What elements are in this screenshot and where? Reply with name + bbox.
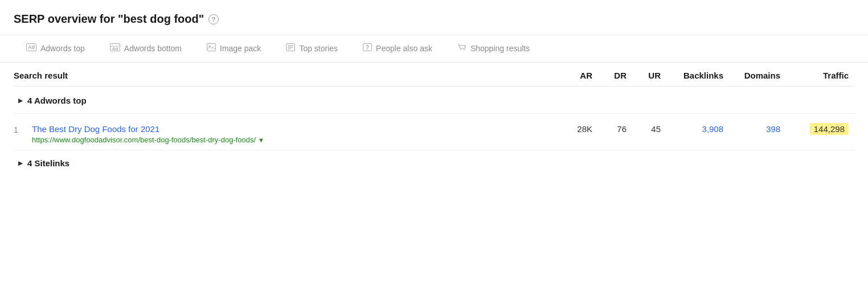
sitelinks-collapse-icon: ▶ xyxy=(18,160,23,166)
result-ur: 45 xyxy=(638,124,672,134)
result-rank: 1 xyxy=(14,124,32,134)
svg-text:Ad: Ad xyxy=(28,44,35,50)
filter-tabs: Ad Adwords top Ad Adwords bottom xyxy=(0,35,868,63)
tab-adwords-top[interactable]: Ad Adwords top xyxy=(14,35,97,62)
tab-top-stories-label: Top stories xyxy=(299,44,338,53)
result-info: The Best Dry Dog Foods for 2021 https://… xyxy=(32,124,564,144)
tab-adwords-top-label: Adwords top xyxy=(40,44,85,53)
svg-text:Ad: Ad xyxy=(112,46,118,51)
group-sitelinks-text: 4 Sitelinks xyxy=(27,158,69,168)
col-header-backlinks: Backlinks xyxy=(672,71,735,80)
group-adwords-top-label: ▶ 4 Adwords top xyxy=(14,96,87,105)
result-title-link[interactable]: The Best Dry Dog Foods for 2021 xyxy=(32,124,564,134)
tab-top-stories[interactable]: Top stories xyxy=(273,35,350,62)
svg-point-14 xyxy=(464,50,465,51)
tab-image-pack[interactable]: Image pack xyxy=(194,35,273,62)
header: SERP overview for "best dog food" ? xyxy=(0,0,868,35)
adwords-bottom-icon: Ad xyxy=(110,43,120,53)
table-header: Search result AR DR UR Backlinks Domains… xyxy=(14,63,854,87)
people-also-ask-icon: ? xyxy=(363,43,372,53)
adwords-top-icon: Ad xyxy=(26,43,36,53)
tab-people-also-ask-label: People also ask xyxy=(376,44,432,53)
table-row: 1 The Best Dry Dog Foods for 2021 https:… xyxy=(14,114,854,150)
result-dr: 76 xyxy=(604,124,638,134)
page-container: SERP overview for "best dog food" ? Ad A… xyxy=(0,0,868,287)
collapse-triangle-icon: ▶ xyxy=(18,97,23,104)
result-ar: 28K xyxy=(564,124,604,134)
traffic-badge: 144,298 xyxy=(810,123,849,135)
help-icon[interactable]: ? xyxy=(208,14,219,24)
page-title: SERP overview for "best dog food" ? xyxy=(14,13,854,26)
tab-shopping-results[interactable]: Shopping results xyxy=(445,35,542,62)
svg-text:?: ? xyxy=(366,44,369,51)
tab-people-also-ask[interactable]: ? People also ask xyxy=(350,35,445,62)
image-pack-icon xyxy=(207,43,216,53)
col-header-ur: UR xyxy=(638,71,672,80)
result-domains[interactable]: 398 xyxy=(735,124,792,134)
title-text: SERP overview for "best dog food" xyxy=(14,13,204,26)
tab-adwords-bottom-label: Adwords bottom xyxy=(124,44,182,53)
col-header-dr: DR xyxy=(604,71,638,80)
result-backlinks[interactable]: 3,908 xyxy=(672,124,735,134)
group-sitelinks[interactable]: ▶ 4 Sitelinks xyxy=(14,150,854,173)
col-header-traffic: Traffic xyxy=(792,71,854,80)
shopping-results-icon xyxy=(457,43,466,53)
result-url-row: https://www.dogfoodadvisor.com/best-dog-… xyxy=(32,136,564,144)
tab-adwords-bottom[interactable]: Ad Adwords bottom xyxy=(97,35,194,62)
result-url: https://www.dogfoodadvisor.com/best-dog-… xyxy=(32,136,256,144)
top-stories-icon xyxy=(286,43,295,53)
table-area: Search result AR DR UR Backlinks Domains… xyxy=(0,63,868,173)
svg-point-13 xyxy=(460,50,461,51)
tab-image-pack-label: Image pack xyxy=(220,44,261,53)
svg-rect-5 xyxy=(207,44,216,51)
url-dropdown-icon[interactable]: ▼ xyxy=(258,137,264,144)
col-header-result: Search result xyxy=(14,71,564,80)
group-adwords-top[interactable]: ▶ 4 Adwords top xyxy=(14,87,854,114)
group-adwords-top-text: 4 Adwords top xyxy=(27,96,87,105)
col-header-domains: Domains xyxy=(735,71,792,80)
group-sitelinks-label: ▶ 4 Sitelinks xyxy=(14,158,69,168)
result-traffic: 144,298 xyxy=(792,124,854,134)
tab-shopping-results-label: Shopping results xyxy=(470,44,530,53)
col-header-ar: AR xyxy=(564,71,604,80)
